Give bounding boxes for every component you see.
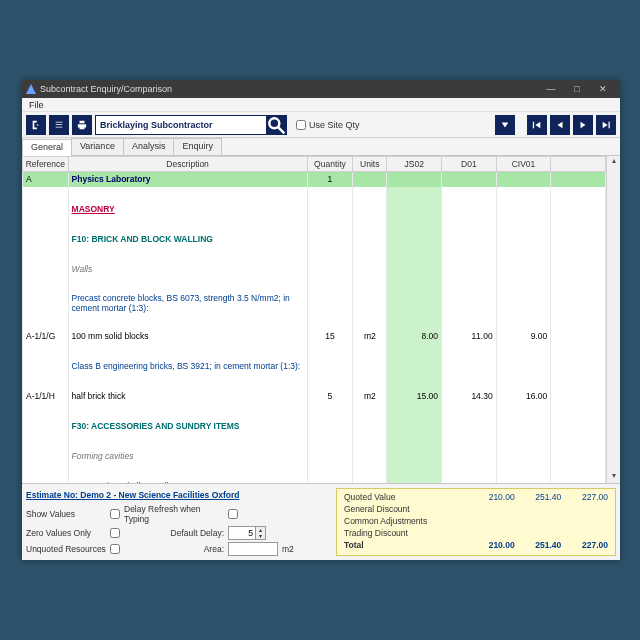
cell[interactable] — [442, 479, 497, 484]
cell[interactable] — [387, 359, 442, 374]
cell[interactable]: F10: BRICK AND BLOCK WALLING — [68, 232, 307, 247]
nav-down-button[interactable] — [495, 115, 515, 135]
tab-analysis[interactable]: Analysis — [123, 138, 175, 155]
cell[interactable] — [442, 247, 497, 262]
close-button[interactable]: ✕ — [590, 82, 616, 96]
cell[interactable] — [68, 434, 307, 449]
cell[interactable] — [353, 292, 387, 314]
cell[interactable] — [442, 314, 497, 329]
table-row[interactable] — [23, 464, 606, 479]
cell[interactable] — [23, 374, 69, 389]
cell[interactable] — [307, 217, 353, 232]
cell[interactable] — [551, 277, 606, 292]
zero-values-check[interactable] — [110, 528, 120, 538]
cell[interactable] — [387, 247, 442, 262]
cell[interactable] — [442, 277, 497, 292]
cell[interactable] — [353, 464, 387, 479]
cell[interactable] — [68, 187, 307, 202]
cell[interactable]: half brick thick — [68, 389, 307, 404]
cell[interactable]: m2 — [353, 329, 387, 344]
cell[interactable] — [551, 232, 606, 247]
tab-variance[interactable]: Variance — [71, 138, 124, 155]
cell[interactable] — [551, 292, 606, 314]
cell[interactable] — [23, 449, 69, 464]
cell[interactable] — [551, 374, 606, 389]
cell[interactable]: A — [23, 172, 69, 187]
cell[interactable] — [442, 292, 497, 314]
cell[interactable] — [307, 262, 353, 277]
cell[interactable] — [551, 359, 606, 374]
cell[interactable]: Class B engineering bricks, BS 3921; in … — [68, 359, 307, 374]
cell[interactable] — [551, 202, 606, 217]
cell[interactable]: 9.00 — [496, 329, 551, 344]
cell[interactable] — [23, 434, 69, 449]
table-row[interactable] — [23, 314, 606, 329]
cell[interactable]: Form cavity to hollow wall: — [68, 479, 307, 484]
cell[interactable] — [23, 464, 69, 479]
cell[interactable] — [23, 404, 69, 419]
cell[interactable] — [442, 359, 497, 374]
menu-file[interactable]: File — [26, 100, 47, 110]
cell[interactable] — [68, 374, 307, 389]
cell[interactable] — [307, 359, 353, 374]
cell[interactable] — [496, 292, 551, 314]
cell[interactable] — [551, 434, 606, 449]
table-row[interactable] — [23, 217, 606, 232]
table-row[interactable]: Form cavity to hollow wall: — [23, 479, 606, 484]
table-row[interactable]: Class B engineering bricks, BS 3921; in … — [23, 359, 606, 374]
tab-general[interactable]: General — [22, 139, 72, 156]
use-site-qty-check[interactable]: Use Site Qty — [296, 120, 360, 130]
col-quantity[interactable]: Quantity — [307, 157, 353, 172]
cell[interactable] — [551, 329, 606, 344]
cell[interactable] — [387, 434, 442, 449]
table-row[interactable]: APhysics Laboratory1 — [23, 172, 606, 187]
cell[interactable] — [23, 247, 69, 262]
col-civ01[interactable]: CIV01 — [496, 157, 551, 172]
cell[interactable] — [496, 374, 551, 389]
cell[interactable] — [496, 217, 551, 232]
cell[interactable] — [307, 314, 353, 329]
tab-enquiry[interactable]: Enquiry — [173, 138, 222, 155]
cell[interactable] — [551, 419, 606, 434]
cell[interactable] — [307, 247, 353, 262]
cell[interactable] — [353, 344, 387, 359]
search-input[interactable] — [96, 116, 266, 134]
cell[interactable] — [442, 434, 497, 449]
cell[interactable] — [496, 202, 551, 217]
cell[interactable] — [307, 449, 353, 464]
cell[interactable] — [387, 464, 442, 479]
cell[interactable]: 8.00 — [387, 329, 442, 344]
cell[interactable] — [496, 172, 551, 187]
cell[interactable] — [442, 449, 497, 464]
cell[interactable] — [307, 404, 353, 419]
cell[interactable] — [353, 434, 387, 449]
cell[interactable]: 5 — [307, 389, 353, 404]
cell[interactable] — [387, 262, 442, 277]
cell[interactable] — [68, 314, 307, 329]
cell[interactable] — [551, 404, 606, 419]
cell[interactable] — [387, 449, 442, 464]
cell[interactable]: 1 — [307, 172, 353, 187]
cell[interactable] — [23, 359, 69, 374]
delay-input[interactable] — [229, 527, 255, 539]
cell[interactable] — [496, 419, 551, 434]
cell[interactable]: A-1/1/G — [23, 329, 69, 344]
use-site-qty-checkbox[interactable] — [296, 120, 306, 130]
minimize-button[interactable]: — — [538, 82, 564, 96]
spin-down[interactable]: ▾ — [255, 533, 265, 539]
cell[interactable] — [353, 374, 387, 389]
cell[interactable]: Precast concrete blocks, BS 6073, streng… — [68, 292, 307, 314]
cell[interactable] — [387, 479, 442, 484]
cell[interactable] — [387, 314, 442, 329]
cell[interactable] — [307, 419, 353, 434]
cell[interactable]: 11.00 — [442, 329, 497, 344]
cell[interactable] — [496, 449, 551, 464]
cell[interactable] — [551, 464, 606, 479]
cell[interactable] — [23, 314, 69, 329]
cell[interactable] — [551, 344, 606, 359]
cell[interactable] — [68, 277, 307, 292]
cell[interactable] — [387, 172, 442, 187]
cell[interactable] — [68, 404, 307, 419]
cell[interactable] — [442, 374, 497, 389]
cell[interactable] — [387, 404, 442, 419]
